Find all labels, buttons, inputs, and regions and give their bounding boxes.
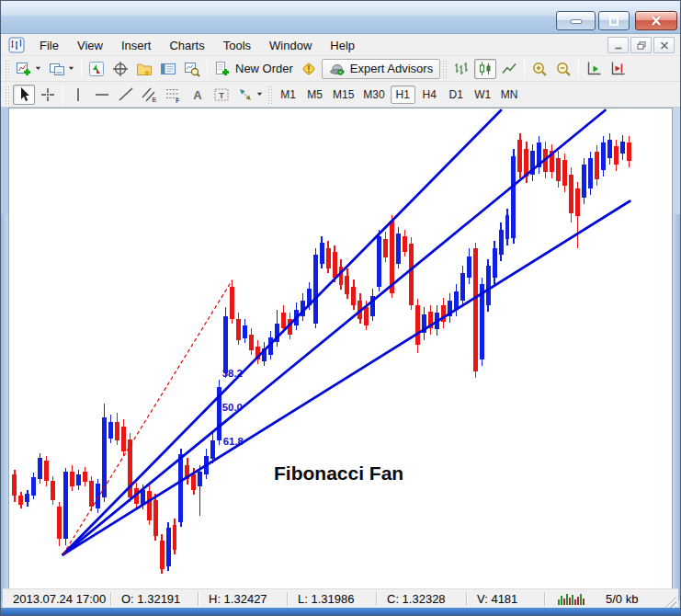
profiles-icon (49, 61, 65, 77)
toolbar-grip[interactable] (5, 86, 9, 104)
zoom-out-icon (555, 61, 572, 77)
menu-insert[interactable]: Insert (112, 37, 161, 54)
toolbar-grip[interactable] (267, 86, 272, 104)
chart-shift-button[interactable] (607, 59, 629, 79)
strategy-tester-icon (184, 61, 200, 77)
chevron-down-icon[interactable] (256, 92, 263, 97)
child-window-minimize-button[interactable] (607, 37, 629, 53)
svg-text:T: T (219, 90, 224, 99)
terminal-button[interactable] (157, 59, 179, 79)
market-watch-button[interactable] (85, 59, 108, 79)
crosshair-icon (40, 86, 56, 103)
vertical-line-button[interactable] (67, 85, 89, 105)
horizontal-line-button[interactable] (91, 85, 113, 105)
status-segment-0: 2013.07.24 17:00 (3, 592, 111, 606)
new-chart-icon (16, 61, 32, 77)
menu-view[interactable]: View (68, 37, 112, 54)
timeframe-h1-button[interactable]: H1 (391, 86, 415, 104)
toolbar-grip[interactable] (5, 60, 9, 78)
status-segment-3: L: 1.31986 (288, 592, 377, 606)
toolbar-separator (524, 60, 525, 78)
fibonacci-fan-line[interactable] (63, 110, 501, 554)
data-window-button[interactable] (109, 59, 131, 79)
cursor-button[interactable] (13, 85, 35, 105)
arrows-icon (237, 86, 254, 103)
strategy-tester-button[interactable] (181, 59, 203, 79)
chevron-down-icon[interactable] (35, 66, 41, 71)
menu-tools[interactable]: Tools (214, 37, 260, 54)
line-chart-button[interactable] (498, 59, 520, 79)
metaeditor-button[interactable]: ! (298, 59, 320, 79)
timeframe-h4-button[interactable]: H4 (417, 86, 442, 104)
arrows-button[interactable] (234, 85, 266, 105)
chart-area[interactable]: 38.250.061.8 Fibonacci Fan (8, 108, 673, 588)
child-window-restore-button[interactable] (630, 37, 652, 53)
bar-chart-icon (453, 61, 470, 77)
toolbar-separator (207, 60, 208, 78)
auto-scroll-button[interactable] (583, 59, 605, 79)
fibonacci-retracement-button[interactable]: F (163, 85, 185, 105)
connection-status: 5/0 kb (606, 592, 638, 606)
fib-level-label: 61.8 (223, 436, 244, 447)
menu-bar: FileViewInsertChartsToolsWindowHelp (1, 35, 680, 56)
toolbar-separator (81, 60, 82, 78)
navigator-button[interactable]: ★ (133, 59, 155, 79)
candlestick-chart-button[interactable] (474, 59, 496, 79)
zoom-out-button[interactable] (552, 59, 574, 79)
minimize-icon (570, 16, 583, 27)
metaeditor-icon: ! (301, 61, 317, 77)
bar-chart-button[interactable] (450, 59, 472, 79)
mdi-frame: 38.250.061.8 Fibonacci Fan 2013.07.24 17… (1, 108, 680, 608)
timeframe-w1-button[interactable]: W1 (471, 86, 495, 104)
window-left-border (1, 214, 8, 600)
expert-advisors-button[interactable]: Expert Advisors (322, 59, 440, 79)
text-label-icon: T (213, 86, 230, 103)
new-chart-button[interactable] (13, 59, 44, 79)
timeframe-m15-button[interactable]: M15 (329, 86, 358, 104)
timeframe-mn-button[interactable]: MN (497, 86, 522, 104)
timeframe-m1-button[interactable]: M1 (276, 86, 301, 104)
window-minimize-button[interactable] (556, 11, 596, 30)
new-order-button[interactable]: New Order (211, 59, 296, 79)
toolbar-grip[interactable] (442, 60, 447, 78)
window-close-button[interactable] (635, 11, 677, 30)
profiles-button[interactable] (46, 59, 77, 79)
timeframe-m5-button[interactable]: M5 (302, 86, 327, 104)
resize-grip[interactable] (664, 596, 676, 608)
timeframe-d1-button[interactable]: D1 (444, 86, 469, 104)
zoom-in-icon (531, 61, 548, 77)
text-button[interactable]: A (187, 85, 209, 105)
trendline-icon (118, 86, 134, 103)
candlestick-chart: 38.250.061.8 (9, 108, 672, 588)
app-logo-icon (8, 37, 25, 53)
horizontal-line-icon (94, 86, 110, 103)
expert-advisors-icon (329, 61, 346, 77)
fibonacci-retracement-icon: F (165, 86, 182, 103)
status-bar: 2013.07.24 17:00O: 1.32191H: 1.32427L: 1… (3, 588, 678, 608)
menu-help[interactable]: Help (321, 37, 364, 54)
window-maximize-button[interactable] (598, 11, 630, 30)
chevron-down-icon[interactable] (68, 66, 74, 71)
child-window-close-button[interactable] (653, 37, 675, 53)
window-right-border (673, 214, 680, 600)
text-icon: A (189, 86, 206, 103)
vertical-line-icon (70, 86, 86, 103)
crosshair-button[interactable] (37, 85, 59, 105)
standard-toolbar: ★New Order!Expert Advisors (1, 56, 680, 82)
text-label-button[interactable]: T (210, 85, 233, 105)
fibonacci-fan-line[interactable] (63, 110, 606, 554)
title-bar[interactable] (1, 1, 680, 34)
menu-charts[interactable]: Charts (160, 37, 213, 54)
fibonacci-fan-line[interactable] (63, 201, 630, 554)
timeframe-m30-button[interactable]: M30 (359, 86, 388, 104)
status-segment-4: C: 1.32328 (377, 592, 467, 606)
status-segment-2: H: 1.32427 (199, 592, 288, 606)
data-window-icon (112, 61, 129, 77)
menu-file[interactable]: File (30, 37, 68, 54)
cursor-icon (16, 86, 32, 103)
svg-text:A: A (193, 87, 202, 101)
trendline-button[interactable] (115, 85, 137, 105)
menu-window[interactable]: Window (260, 37, 321, 54)
equidistant-channel-button[interactable]: E (139, 85, 161, 105)
zoom-in-button[interactable] (528, 59, 550, 79)
